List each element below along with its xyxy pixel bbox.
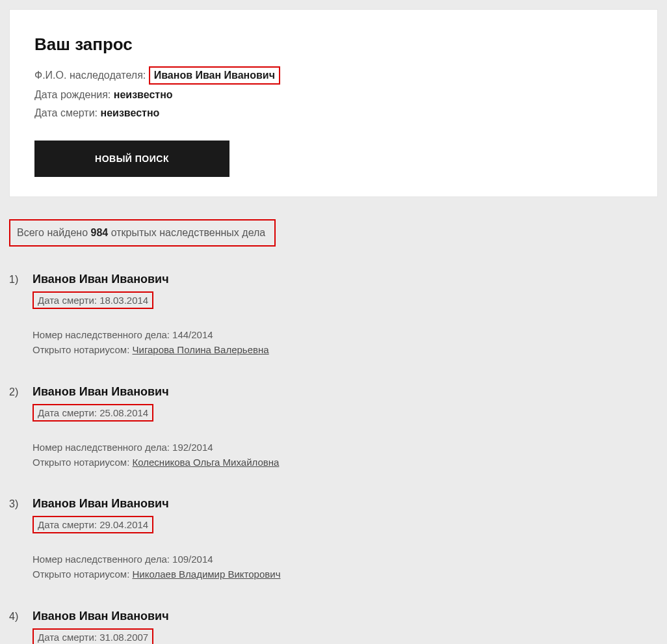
- result-notary-label: Открыто нотариусом:: [33, 457, 133, 468]
- result-index: 4): [9, 610, 33, 645]
- query-birth-line: Дата рождения: неизвестно: [34, 87, 633, 103]
- result-item: 4)Иванов Иван ИвановичДата смерти: 31.08…: [9, 610, 658, 645]
- notary-link[interactable]: Колесникова Ольга Михайловна: [133, 457, 280, 468]
- result-notary-line: Открыто нотариусом: Чигарова Полина Вале…: [33, 342, 658, 357]
- result-case-number: Номер наследственного дела: 144/2014: [33, 327, 658, 342]
- result-death-date: Дата смерти: 29.04.2014: [33, 516, 153, 533]
- results-summary-prefix: Всего найдено: [17, 227, 90, 238]
- new-search-button[interactable]: НОВЫЙ ПОИСК: [34, 141, 229, 177]
- result-name: Иванов Иван Иванович: [33, 610, 658, 623]
- query-death-label: Дата смерти:: [34, 107, 98, 118]
- result-death-date: Дата смерти: 31.08.2007: [33, 628, 153, 645]
- notary-link[interactable]: Николаев Владимир Викторович: [133, 569, 281, 580]
- result-case-number: Номер наследственного дела: 192/2014: [33, 440, 658, 455]
- query-death-line: Дата смерти: неизвестно: [34, 105, 633, 121]
- result-body: Иванов Иван ИвановичДата смерти: 31.08.2…: [33, 610, 658, 645]
- result-death-date: Дата смерти: 18.03.2014: [33, 291, 153, 309]
- result-death-date: Дата смерти: 25.08.2014: [33, 404, 153, 422]
- query-birth-label: Дата рождения:: [34, 89, 111, 100]
- result-body: Иванов Иван ИвановичДата смерти: 18.03.2…: [33, 273, 658, 358]
- result-index: 2): [9, 385, 33, 470]
- result-notary-line: Открыто нотариусом: Колесникова Ольга Ми…: [33, 455, 658, 470]
- result-notary-label: Открыто нотариусом:: [33, 344, 133, 355]
- result-item: 1)Иванов Иван ИвановичДата смерти: 18.03…: [9, 273, 658, 358]
- notary-link[interactable]: Чигарова Полина Валерьевна: [133, 344, 269, 355]
- result-item: 2)Иванов Иван ИвановичДата смерти: 25.08…: [9, 385, 658, 470]
- result-name: Иванов Иван Иванович: [33, 497, 658, 511]
- result-notary-line: Открыто нотариусом: Николаев Владимир Ви…: [33, 567, 658, 582]
- result-index: 3): [9, 497, 33, 582]
- request-card: Ваш запрос Ф.И.О. наследодателя: Иванов …: [9, 9, 658, 197]
- result-body: Иванов Иван ИвановичДата смерти: 29.04.2…: [33, 497, 658, 582]
- results-list: 1)Иванов Иван ИвановичДата смерти: 18.03…: [9, 273, 658, 644]
- result-case-number: Номер наследственного дела: 109/2014: [33, 552, 658, 567]
- result-name: Иванов Иван Иванович: [33, 385, 658, 399]
- result-item: 3)Иванов Иван ИвановичДата смерти: 29.04…: [9, 497, 658, 582]
- result-notary-label: Открыто нотариусом:: [33, 569, 133, 580]
- query-fio-label: Ф.И.О. наследодателя:: [34, 70, 146, 81]
- query-fio-line: Ф.И.О. наследодателя: Иванов Иван Иванов…: [34, 66, 633, 85]
- result-index: 1): [9, 273, 33, 358]
- results-summary-suffix: открытых наследственных дела: [108, 227, 265, 238]
- query-death-value: неизвестно: [100, 107, 159, 118]
- result-name: Иванов Иван Иванович: [33, 273, 658, 286]
- request-title: Ваш запрос: [34, 34, 633, 55]
- results-summary: Всего найдено 984 открытых наследственны…: [9, 219, 276, 247]
- query-fio-value: Иванов Иван Иванович: [149, 66, 280, 85]
- query-birth-value: неизвестно: [114, 89, 173, 100]
- results-summary-count: 984: [90, 227, 108, 238]
- result-body: Иванов Иван ИвановичДата смерти: 25.08.2…: [33, 385, 658, 470]
